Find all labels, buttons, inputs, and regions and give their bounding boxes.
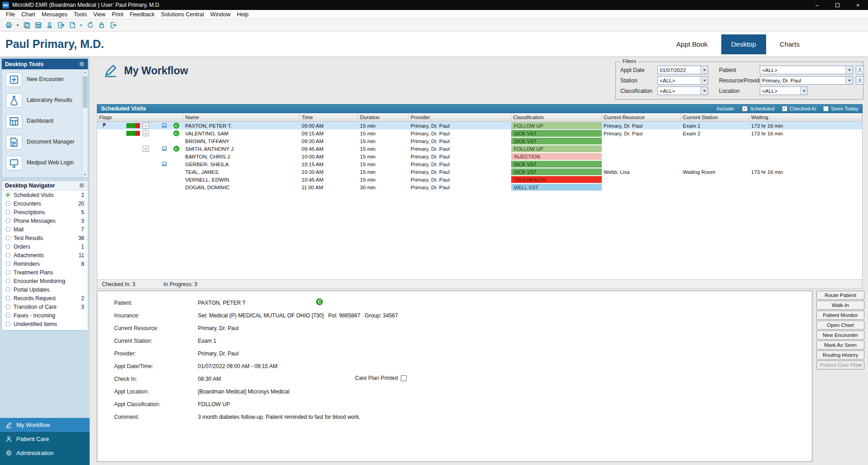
visit-row-teal-james[interactable]: TEAL, JAMES10:30 AM15 minPrimary, Dr. Pa… xyxy=(97,168,862,176)
note-icon[interactable]: ≡ xyxy=(143,146,149,152)
desktop-tools-scrollbar[interactable]: ▲ ▼ xyxy=(82,69,88,177)
include-seen-today-checkbox[interactable]: Seen Today xyxy=(823,106,858,111)
column-header-classification[interactable]: Classification xyxy=(511,113,602,121)
navigator-item-faxes-incoming[interactable]: Faxes - Incoming xyxy=(2,311,88,320)
navigator-item-reminders[interactable]: Reminders8 xyxy=(2,259,88,268)
location-select[interactable]: <ALL> xyxy=(760,86,808,95)
schedule-grid-icon[interactable] xyxy=(33,20,43,30)
navigator-item-unidentified-items[interactable]: Unidentified Items xyxy=(2,320,88,328)
visit-row-vernell-edwin[interactable]: VERNELL, EDWIN10:45 AM15 minPrimary, Dr.… xyxy=(97,176,862,183)
chevron-down-icon[interactable] xyxy=(800,87,807,95)
column-header-duration[interactable]: Duration xyxy=(358,113,409,121)
chevron-down-icon[interactable] xyxy=(845,77,853,84)
navigator-item-prescriptions[interactable]: Prescriptions5 xyxy=(2,208,88,216)
menu-file[interactable]: File xyxy=(3,10,18,19)
patient-lookup-button[interactable] xyxy=(856,66,864,74)
menu-window[interactable]: Window xyxy=(207,10,234,19)
sign-encounter-icon[interactable] xyxy=(44,20,54,30)
menu-feedback[interactable]: Feedback xyxy=(126,10,158,19)
include-scheduled-checkbox[interactable]: ✓Scheduled xyxy=(742,106,774,111)
print-options-dropdown-icon[interactable] xyxy=(15,20,20,30)
navigator-item-mail[interactable]: Mail7 xyxy=(2,225,88,234)
mark-as-seen-button[interactable]: Mark As Seen xyxy=(816,340,864,350)
appt-date-select[interactable]: 01/07/2022 xyxy=(657,66,708,74)
print-icon[interactable] xyxy=(4,20,14,30)
document-options-dropdown-icon[interactable] xyxy=(78,20,84,30)
navigator-item-phone-messages[interactable]: Phone Messages3 xyxy=(2,216,88,225)
walk-in-button[interactable]: Walk-In xyxy=(816,301,864,310)
routing-history-button[interactable]: Routing History xyxy=(816,350,864,360)
resource-provider-lookup-button[interactable] xyxy=(856,76,864,85)
visit-row-dogan-dominic[interactable]: DOGAN, DOMINIC11:00 AM30 minPrimary, Dr.… xyxy=(97,183,862,191)
menu-solutions-central[interactable]: Solutions Central xyxy=(158,10,207,19)
refresh-icon[interactable] xyxy=(85,20,95,30)
tab-charts[interactable]: Charts xyxy=(778,40,801,48)
menu-print[interactable]: Print xyxy=(109,10,127,19)
navigator-item-orders[interactable]: Orders1 xyxy=(2,242,88,251)
visit-row-valentino-sam[interactable]: ≡CVALENTINO, SAM09:15 AM15 minPrimary, D… xyxy=(97,129,862,137)
menu-view[interactable]: View xyxy=(90,10,109,19)
navigator-item-records-request[interactable]: Records Request2 xyxy=(2,294,88,302)
visit-row-smith-anthony-j[interactable]: ≡CSMITH, ANTHONY J.09:45 AM15 minPrimary… xyxy=(97,145,862,153)
tab-desktop[interactable]: Desktop xyxy=(721,34,766,54)
maximize-button[interactable] xyxy=(827,0,848,10)
sidebar-item-administration[interactable]: Administration xyxy=(0,446,90,460)
scroll-thumb[interactable] xyxy=(83,76,87,108)
chevron-down-icon[interactable] xyxy=(700,66,708,74)
new-encounter-button[interactable]: New Encounter xyxy=(816,331,864,340)
navigator-item-encounter-monitoring[interactable]: Encounter Monitoring xyxy=(2,277,88,285)
menu-tools[interactable]: Tools xyxy=(71,10,90,19)
patient-monitor-button[interactable]: Patient Monitor xyxy=(816,311,864,320)
open-chart-button[interactable]: Open Chart xyxy=(816,321,864,330)
include-checked-in-checkbox[interactable]: ✓Checked-In xyxy=(782,106,816,111)
scroll-down-icon[interactable]: ▼ xyxy=(82,172,88,177)
tool-item-laboratory-results[interactable]: Laboratory Results xyxy=(2,90,82,111)
import-document-icon[interactable] xyxy=(56,20,66,30)
care-plan-printed-checkbox[interactable] xyxy=(401,375,407,381)
gear-icon[interactable] xyxy=(79,182,85,188)
navigator-item-test-results[interactable]: Test Results36 xyxy=(2,234,88,242)
tool-item-new-encounter[interactable]: New Encounter xyxy=(2,69,82,90)
classification-select[interactable]: <ALL> xyxy=(657,86,708,95)
menu-help[interactable]: Help xyxy=(234,10,252,19)
station-select[interactable]: <ALL> xyxy=(657,76,708,85)
sidebar-item-patient-care[interactable]: Patient Care xyxy=(0,432,90,446)
visit-row-brown-tiffany[interactable]: BROWN, TIFFANY09:30 AM15 minPrimary, Dr.… xyxy=(97,137,862,145)
batch-print-icon[interactable] xyxy=(22,20,32,30)
column-header-current-resource[interactable]: Current Resource xyxy=(602,113,681,121)
minimize-button[interactable]: – xyxy=(807,0,827,10)
sidebar-item-my-workflow[interactable]: My Workflow xyxy=(0,418,90,432)
visit-row-gerber-sheila[interactable]: GERBER, SHEILA10:15 AM15 minPrimary, Dr.… xyxy=(97,160,862,168)
menu-messages[interactable]: Messages xyxy=(38,10,71,19)
chevron-down-icon[interactable] xyxy=(700,87,708,95)
navigator-item-encounters[interactable]: Encounters20 xyxy=(2,199,88,208)
tool-item-dashboard[interactable]: Dashboard xyxy=(2,111,82,132)
tab-appt-book[interactable]: Appt Book xyxy=(675,40,710,48)
scroll-up-icon[interactable]: ▲ xyxy=(82,69,88,75)
patient-select[interactable]: <ALL> xyxy=(760,66,853,74)
navigator-item-treatment-plans[interactable]: Treatment Plans xyxy=(2,268,88,277)
chevron-down-icon[interactable] xyxy=(700,77,708,84)
scroll-track[interactable] xyxy=(82,75,88,172)
note-icon[interactable]: ≡ xyxy=(143,130,149,136)
column-header-flags[interactable]: Flags xyxy=(97,113,183,121)
column-header-provider[interactable]: Provider xyxy=(409,113,511,121)
menu-chart[interactable]: Chart xyxy=(18,10,38,19)
visit-row-barton-chris-j[interactable]: BARTON, CHRIS J.10:00 AM15 minPrimary, D… xyxy=(97,153,862,160)
gear-icon[interactable] xyxy=(79,61,85,67)
route-patient-button[interactable]: Route Patient xyxy=(816,291,864,300)
new-document-icon[interactable] xyxy=(67,20,77,30)
lock-icon[interactable] xyxy=(96,20,106,30)
navigator-item-attachments[interactable]: Attachments11 xyxy=(2,251,88,259)
column-header-waiting[interactable]: Waiting xyxy=(749,113,862,121)
navigator-item-scheduled-visits[interactable]: Scheduled Visits2 xyxy=(2,191,88,199)
visit-row-paxton-peter-t[interactable]: ≡CPAXTON, PETER T.09:00 AM15 minPrimary,… xyxy=(97,122,862,129)
navigator-item-transition-of-care[interactable]: Transition of Care3 xyxy=(2,302,88,311)
note-icon[interactable]: ≡ xyxy=(143,123,149,129)
column-header-time[interactable]: Time xyxy=(300,113,358,121)
column-header-current-station[interactable]: Current Station xyxy=(681,113,749,121)
column-header-name[interactable]: Name xyxy=(183,113,300,121)
patient-care-plan-button[interactable]: Patient Care Plan xyxy=(816,360,864,369)
navigator-item-portal-updates[interactable]: Portal Updates xyxy=(2,285,88,294)
close-button[interactable]: × xyxy=(848,0,868,10)
